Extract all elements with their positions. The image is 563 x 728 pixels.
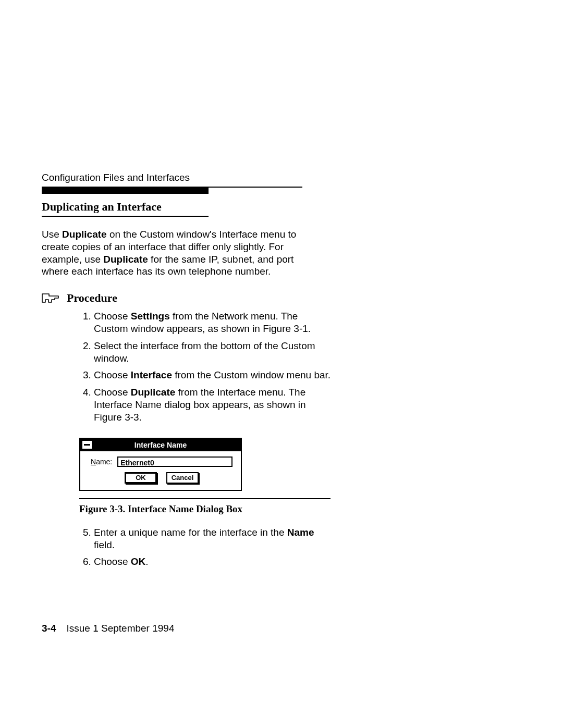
head-thick-bar bbox=[42, 188, 209, 194]
name-input[interactable]: Ethernet0 bbox=[117, 456, 232, 467]
procedure-steps-1: Choose Settings from the Network menu. T… bbox=[42, 310, 500, 424]
dialog-titlebar[interactable]: Interface Name bbox=[80, 439, 241, 451]
text: Enter a unique name for the interface in… bbox=[94, 527, 287, 538]
bold-text: Name bbox=[287, 527, 314, 538]
dialog-title: Interface Name bbox=[134, 441, 187, 449]
name-field-row: Name: Ethernet0 bbox=[91, 456, 232, 467]
intro-paragraph: Use Duplicate on the Custom window's Int… bbox=[42, 228, 313, 278]
figure-rule bbox=[79, 498, 331, 499]
step-4: Choose Duplicate from the Interface menu… bbox=[94, 386, 334, 424]
step-1: Choose Settings from the Network menu. T… bbox=[94, 310, 334, 336]
mnemonic: N bbox=[91, 458, 96, 466]
document-page: Configuration Files and Interfaces Dupli… bbox=[0, 0, 563, 728]
pointing-hand-icon bbox=[42, 292, 59, 304]
procedure-label: Procedure bbox=[67, 291, 117, 305]
name-field-label: Name: bbox=[91, 458, 112, 466]
bold-text: Settings bbox=[131, 311, 170, 322]
bold-text: OK bbox=[131, 556, 146, 567]
figure-3-3: Interface Name Name: Ethernet0 OK Cancel bbox=[79, 438, 500, 491]
bold-text: Duplicate bbox=[131, 387, 176, 398]
cancel-button[interactable]: Cancel bbox=[166, 472, 199, 484]
step-2: Select the interface from the bottom of … bbox=[94, 340, 334, 365]
step-3: Choose Interface from the Custom window … bbox=[94, 369, 334, 381]
step-5: Enter a unique name for the interface in… bbox=[94, 526, 334, 552]
page-footer: 3-4Issue 1 September 1994 bbox=[42, 623, 175, 634]
text: . bbox=[145, 556, 148, 567]
bold-text: Duplicate bbox=[103, 254, 148, 265]
procedure-steps-2: Enter a unique name for the interface in… bbox=[42, 526, 500, 569]
interface-name-dialog: Interface Name Name: Ethernet0 OK Cancel bbox=[79, 438, 242, 491]
running-head: Configuration Files and Interfaces bbox=[42, 172, 500, 183]
dialog-body: Name: Ethernet0 OK Cancel bbox=[80, 451, 241, 490]
text: Choose bbox=[94, 387, 131, 398]
dialog-button-row: OK Cancel bbox=[91, 472, 232, 484]
step-6: Choose OK. bbox=[94, 556, 334, 568]
ok-button[interactable]: OK bbox=[125, 472, 157, 484]
text: Choose bbox=[94, 556, 131, 567]
section-underline bbox=[42, 216, 209, 217]
page-number: 3-4 bbox=[42, 623, 56, 634]
procedure-heading-row: Procedure bbox=[42, 291, 500, 305]
text: ame: bbox=[96, 458, 112, 466]
section-heading: Duplicating an Interface bbox=[42, 200, 500, 214]
text: from the Custom window menu bar. bbox=[172, 369, 331, 380]
system-menu-icon[interactable] bbox=[82, 440, 92, 449]
text: Choose bbox=[94, 369, 131, 380]
figure-caption: Figure 3-3. Interface Name Dialog Box bbox=[79, 503, 500, 515]
issue-date: Issue 1 September 1994 bbox=[66, 623, 174, 634]
text: field. bbox=[94, 539, 115, 550]
bold-text: Duplicate bbox=[62, 229, 107, 240]
text: Choose bbox=[94, 311, 131, 322]
text: Use bbox=[42, 229, 62, 240]
bold-text: Interface bbox=[131, 369, 172, 380]
